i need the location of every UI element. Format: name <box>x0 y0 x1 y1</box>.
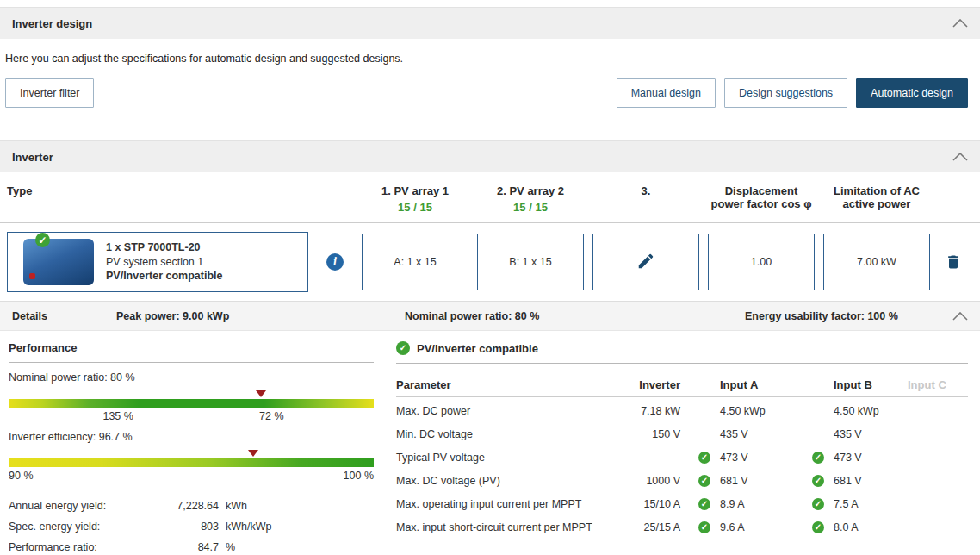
pv-array-1-config[interactable]: A: 1 x 15 <box>362 234 468 290</box>
col-input-b: Input B <box>834 378 908 391</box>
ac-power-limit-value[interactable]: 7.00 kW <box>823 234 930 290</box>
design-suggestions-button[interactable]: Design suggestions <box>724 78 847 108</box>
col-input-c: Input C <box>908 378 968 391</box>
compatible-check-icon <box>396 341 410 355</box>
section-description: Here you can adjust the specifications f… <box>0 39 980 70</box>
input-b-value: 473 V <box>834 452 908 464</box>
gauge-scale-labels: 90 % 100 % <box>9 470 374 483</box>
collapse-chevron-icon[interactable] <box>952 153 968 161</box>
input-a-value: 9.6 A <box>720 521 794 533</box>
table-row: Max. DC voltage (PV) 1000 V 681 V 681 V <box>396 469 968 492</box>
col-pv-array-2: 2. PV array 2 15 / 15 <box>477 184 584 214</box>
gauge-label: Nominal power ratio: 80 % <box>9 371 374 384</box>
performance-heading: Performance <box>9 341 374 363</box>
gauge-label: Inverter efficiency: 96.7 % <box>9 431 374 443</box>
gauge-scale-label: 135 % <box>102 410 133 422</box>
array2-module-count: 15 / 15 <box>477 201 584 214</box>
table-row: Max. DC power 7.18 kW 4.50 kWp 4.50 kWp <box>396 399 968 422</box>
col-input-a: Input A <box>720 378 794 391</box>
gauge-scale-label: 100 % <box>344 470 374 482</box>
table-row: Min. DC voltage 150 V 435 V 435 V <box>396 422 968 446</box>
gauge-scale-labels: 135 % 72 % <box>9 410 374 424</box>
details-bar[interactable]: Details Peak power: 9.00 kWp Nominal pow… <box>0 301 980 331</box>
inverter-type-box[interactable]: 1 x STP 7000TL-20 PV system section 1 PV… <box>7 232 308 292</box>
ok-check-icon <box>812 475 824 487</box>
details-body: Performance Nominal power ratio: 80 % 13… <box>0 331 980 555</box>
collapse-chevron-icon[interactable] <box>952 312 968 321</box>
compatible-check-icon <box>35 233 50 247</box>
col-pv-array-3: 3. <box>592 184 699 197</box>
delete-inverter-button[interactable] <box>945 253 962 271</box>
collapse-chevron-icon[interactable] <box>952 19 968 28</box>
col-parameter: Parameter <box>396 378 611 391</box>
input-a-value: 473 V <box>720 452 794 464</box>
ok-check-icon <box>698 521 710 533</box>
stat-label: Spec. energy yield: <box>9 521 157 533</box>
inverter-design-header[interactable]: Inverter design <box>0 7 980 39</box>
col-type: Type <box>7 184 308 197</box>
inverter-name: 1 x STP 7000TL-20 <box>106 240 222 255</box>
stat-value: 84.7 <box>164 541 219 553</box>
inverter-header[interactable]: Inverter <box>0 140 980 172</box>
gauge-marker-icon <box>256 390 266 397</box>
ok-check-icon <box>698 498 710 510</box>
compatibility-heading: PV/Inverter compatible <box>396 341 968 364</box>
input-b-value: 4.50 kWp <box>834 405 908 417</box>
stat-unit: kWh/kWp <box>226 521 374 533</box>
inverter-row: 1 x STP 7000TL-20 PV system section 1 PV… <box>0 223 980 301</box>
inverter-value: 150 V <box>611 428 680 440</box>
gauge-scale-label: 72 % <box>259 410 284 422</box>
inverter-filter-button[interactable]: Inverter filter <box>5 78 94 108</box>
ok-check-icon <box>698 475 710 487</box>
performance-panel: Performance Nominal power ratio: 80 % 13… <box>9 341 374 555</box>
nominal-power-ratio-summary: Nominal power ratio: 80 % <box>405 310 745 322</box>
gauge-bar <box>9 399 374 408</box>
automatic-design-button[interactable]: Automatic design <box>856 78 968 108</box>
page: Inverter design Here you can adjust the … <box>0 0 980 555</box>
performance-stats: Annual energy yield: 7,228.64 kWh Spec. … <box>9 496 374 555</box>
pv-system-section: PV system section 1 <box>106 255 222 270</box>
edit-pencil-icon <box>636 252 655 273</box>
param-name: Max. DC power <box>396 405 611 417</box>
stat-label: Performance ratio: <box>9 541 157 553</box>
table-row: Typical PV voltage 473 V 473 V <box>396 446 968 469</box>
pv-array-2-config[interactable]: B: 1 x 15 <box>477 234 584 290</box>
inverter-table-header: Type 1. PV array 1 15 / 15 2. PV array 2… <box>0 172 980 223</box>
ok-check-icon <box>812 521 824 533</box>
param-name: Max. input short-circuit current per MPP… <box>396 521 611 533</box>
col-inverter: Inverter <box>611 378 680 391</box>
input-b-value: 8.0 A <box>834 521 908 533</box>
cos-phi-value[interactable]: 1.00 <box>708 234 815 290</box>
nominal-power-ratio-gauge: Nominal power ratio: 80 % 135 % 72 % <box>9 371 374 424</box>
compatibility-panel: PV/Inverter compatible Parameter Inverte… <box>396 341 968 555</box>
compatibility-status: PV/Inverter compatible <box>417 342 538 355</box>
param-name: Max. operating input current per MPPT <box>396 498 611 510</box>
peak-power-summary: Peak power: 9.00 kWp <box>116 310 405 322</box>
gauge-bar <box>9 458 374 467</box>
col-pv-array-1: 1. PV array 1 15 / 15 <box>362 184 468 214</box>
param-name: Min. DC voltage <box>396 428 611 440</box>
compatibility-table-header: Parameter Inverter Input A Input B Input… <box>396 372 968 397</box>
stat-row: Performance ratio: 84.7 % <box>9 537 374 555</box>
col-cos-phi: Displacement power factor cos φ <box>708 184 815 210</box>
input-a-value: 435 V <box>720 428 794 440</box>
inverter-product-image <box>23 239 94 285</box>
manual-design-button[interactable]: Manual design <box>617 78 716 108</box>
stat-row: Annual energy yield: 7,228.64 kWh <box>9 496 374 516</box>
col-ac-limit: Limitation of AC active power <box>823 184 930 210</box>
pv-array-3-edit-box[interactable] <box>592 234 699 290</box>
inverter-value: 25/15 A <box>611 521 680 533</box>
inverter-value: 1000 V <box>611 475 680 487</box>
inverter-design-title: Inverter design <box>12 17 92 30</box>
gauge-scale-label: 90 % <box>9 470 34 482</box>
ok-check-icon <box>698 452 710 464</box>
section-gap <box>0 122 980 140</box>
input-a-value: 4.50 kWp <box>720 405 794 417</box>
info-icon[interactable] <box>326 253 344 271</box>
gauge-marker-icon <box>248 450 258 457</box>
energy-usability-summary: Energy usability factor: 100 % <box>745 310 942 322</box>
ok-check-icon <box>812 498 824 510</box>
stat-label: Annual energy yield: <box>9 500 157 512</box>
compatibility-table: Parameter Inverter Input A Input B Input… <box>396 372 968 539</box>
input-a-value: 681 V <box>720 475 794 487</box>
